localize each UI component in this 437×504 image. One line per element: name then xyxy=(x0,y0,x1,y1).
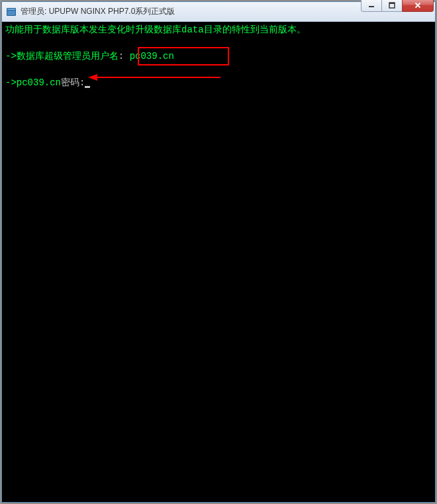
terminal-cursor xyxy=(85,86,90,88)
terminal-line-1: 功能用于数据库版本发生变化时升级数据库data目录的特性到当前版本。 xyxy=(5,23,432,36)
line3-label: 密码 xyxy=(61,77,79,88)
line2-text: 数据库超级管理员用户名 xyxy=(17,51,119,62)
line2-colon: : xyxy=(119,51,124,62)
app-icon xyxy=(6,7,17,17)
app-window: 管理员: UPUPW NGINX PHP7.0系列正式版 功能用于数据库版本发生… xyxy=(1,1,436,503)
terminal-line-3: ->pc039.cn密码: xyxy=(5,76,432,89)
window-controls xyxy=(362,0,434,13)
terminal-line-2: ->数据库超级管理员用户名: pc039.cn xyxy=(5,50,432,63)
svg-rect-3 xyxy=(369,6,374,7)
line3-prefix: -> xyxy=(5,77,17,88)
svg-rect-2 xyxy=(7,9,15,10)
svg-rect-1 xyxy=(7,11,15,15)
terminal-area[interactable]: 功能用于数据库版本发生变化时升级数据库data目录的特性到当前版本。 ->数据库… xyxy=(2,22,435,502)
line1-text: 能用于数据库版本发生变化时升级数据库data目录的特性到当前版本。 xyxy=(15,24,306,35)
window-title: 管理员: UPUPW NGINX PHP7.0系列正式版 xyxy=(21,6,362,17)
line3-user: pc039.cn xyxy=(17,77,61,88)
empty-line xyxy=(5,63,432,76)
line2-prefix: -> xyxy=(5,51,17,62)
line3-colon: : xyxy=(79,77,85,88)
minimize-button[interactable] xyxy=(361,0,382,12)
titlebar[interactable]: 管理员: UPUPW NGINX PHP7.0系列正式版 xyxy=(2,2,435,22)
line1-prefix: 功 xyxy=(5,24,15,35)
svg-rect-5 xyxy=(389,3,395,4)
maximize-button[interactable] xyxy=(381,0,403,12)
line2-value: pc039.cn xyxy=(130,51,174,62)
close-button[interactable] xyxy=(402,0,434,12)
empty-line xyxy=(5,36,432,50)
